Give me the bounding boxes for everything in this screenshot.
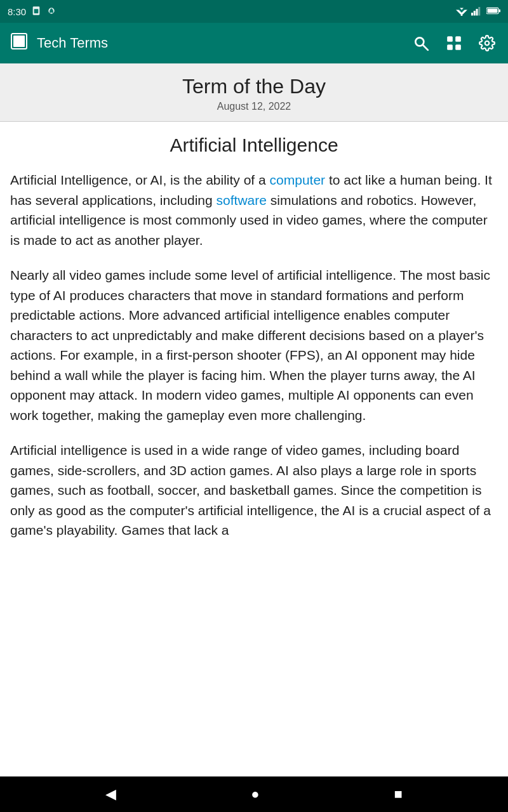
- svg-rect-13: [488, 8, 498, 12]
- status-left: 8:30: [8, 6, 57, 18]
- header-section: Term of the Day August 12, 2022: [0, 63, 508, 122]
- software-link[interactable]: software: [217, 193, 267, 207]
- app-bar-actions: [410, 32, 498, 54]
- term-title: Artificial Intelligence: [10, 134, 498, 156]
- random-button[interactable]: [443, 32, 465, 54]
- wifi-icon: [456, 6, 467, 18]
- svg-rect-7: [471, 13, 473, 16]
- term-body: Artificial Intelligence, or AI, is the a…: [10, 170, 498, 540]
- svg-rect-10: [478, 7, 480, 16]
- paragraph-2: Nearly all video games include some leve…: [10, 265, 498, 425]
- svg-rect-20: [455, 36, 461, 42]
- paragraph-1: Artificial Intelligence, or AI, is the a…: [10, 170, 498, 250]
- notification-icon: [46, 6, 57, 18]
- section-title: Term of the Day: [0, 75, 508, 98]
- home-button[interactable]: ●: [238, 781, 272, 808]
- back-button[interactable]: ◀: [93, 781, 129, 808]
- svg-rect-19: [447, 36, 453, 42]
- svg-line-18: [423, 45, 428, 50]
- svg-rect-8: [474, 11, 476, 16]
- battery-icon: [486, 6, 500, 17]
- svg-rect-16: [18, 36, 25, 47]
- settings-button[interactable]: [476, 32, 498, 54]
- recent-button[interactable]: ■: [382, 781, 415, 808]
- svg-rect-12: [499, 9, 500, 12]
- bottom-nav: ◀ ● ■: [0, 776, 508, 812]
- signal-icon: [471, 6, 483, 18]
- svg-rect-21: [447, 44, 453, 50]
- search-button[interactable]: [410, 32, 432, 54]
- status-right: [456, 6, 500, 18]
- app-logo-icon: [10, 32, 28, 55]
- svg-rect-9: [476, 9, 478, 16]
- svg-rect-1: [34, 9, 39, 13]
- status-bar: 8:30: [0, 0, 508, 23]
- app-bar: Tech Terms: [0, 23, 508, 63]
- header-date: August 12, 2022: [0, 101, 508, 112]
- app-title: Tech Terms: [37, 35, 401, 51]
- computer-link[interactable]: computer: [270, 173, 326, 187]
- para1-text1: Artificial Intelligence, or AI, is the a…: [10, 173, 270, 187]
- status-time: 8:30: [8, 6, 26, 17]
- paragraph-3: Artificial intelligence is used in a wid…: [10, 440, 498, 540]
- svg-point-23: [485, 41, 490, 46]
- sim-icon: [31, 6, 41, 18]
- content-area: Artificial Intelligence Artificial Intel…: [0, 122, 508, 776]
- svg-rect-22: [455, 44, 461, 50]
